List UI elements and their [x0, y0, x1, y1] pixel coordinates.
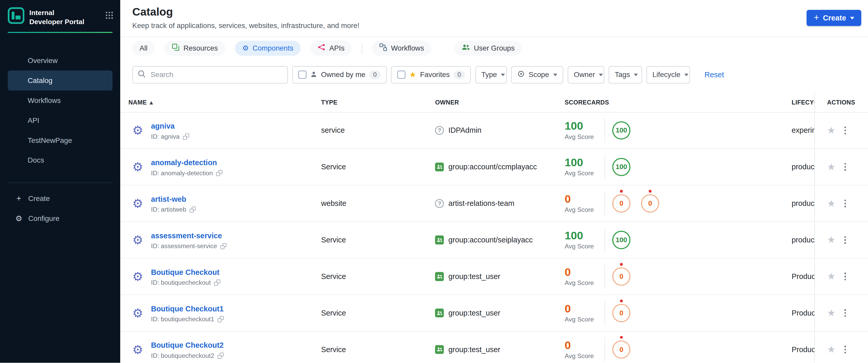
more-options-icon[interactable] [843, 308, 847, 318]
table-row[interactable]: ⚙ anomaly-detection ID: anomaly-detectio… [120, 149, 868, 185]
more-options-icon[interactable] [843, 271, 847, 281]
tab-user-groups[interactable]: User Groups [455, 41, 522, 56]
score-badge[interactable]: 0 [612, 194, 631, 213]
more-options-icon[interactable] [843, 344, 847, 355]
brand-underline [8, 32, 113, 33]
favorites-checkbox[interactable] [397, 70, 405, 79]
sidebar-item-catalog[interactable]: Catalog [8, 70, 113, 90]
more-options-icon[interactable] [843, 162, 847, 172]
layers-icon [172, 43, 180, 53]
copy-icon[interactable] [183, 133, 189, 140]
copy-icon[interactable] [214, 279, 220, 286]
favorite-star-icon[interactable]: ★ [827, 235, 836, 244]
score-badge-value: 0 [641, 194, 659, 213]
component-id: ID: boutiquecheckout [151, 279, 211, 286]
column-header-owner[interactable]: OWNER [435, 99, 565, 106]
sidebar-item-testnewpage[interactable]: TestNewPage [8, 130, 113, 150]
component-gear-icon: ⚙ [132, 270, 143, 283]
tags-dropdown[interactable]: Tags [609, 66, 642, 83]
trend-dot-icon [620, 300, 623, 302]
create-button[interactable]: + Create [807, 10, 861, 26]
scorecards-cell: 0 Avg Score 0 [565, 301, 792, 325]
favorite-star-icon[interactable]: ★ [827, 308, 836, 317]
search-box [132, 66, 288, 83]
component-name-link[interactable]: artist-web [151, 195, 186, 203]
favorite-star-icon[interactable]: ★ [827, 272, 836, 281]
copy-icon[interactable] [218, 316, 224, 322]
copy-icon[interactable] [216, 170, 222, 176]
column-header-scorecards[interactable]: SCORECARDS [565, 99, 792, 106]
score-badge[interactable]: 100 [612, 121, 631, 140]
app-switcher-grid-icon[interactable] [105, 11, 114, 22]
more-options-icon[interactable] [843, 199, 847, 209]
column-header-name[interactable]: NAME ▲ [128, 99, 321, 106]
owner-dropdown[interactable]: Owner [568, 66, 604, 83]
score-badge[interactable]: 0 [612, 304, 631, 322]
owned-by-me-checkbox[interactable] [298, 70, 307, 79]
avg-score-label: Avg Score [565, 133, 604, 141]
column-header-lifecycle[interactable]: LIFECYC [792, 99, 814, 106]
favorite-star-icon[interactable]: ★ [827, 162, 836, 172]
type-dropdown[interactable]: Type [475, 66, 507, 83]
score-badge[interactable]: 100 [612, 158, 631, 176]
favorite-star-icon[interactable]: ★ [827, 199, 836, 208]
sidebar: Internal Developer Portal Overview Catal… [0, 0, 120, 363]
name-cell: ⚙ Boutique Checkout2 ID: boutiquecheckou… [128, 340, 321, 359]
sidebar-configure-button[interactable]: ⚙ Configure [8, 209, 113, 229]
chevron-down-icon [850, 17, 854, 20]
app-logo-icon[interactable] [8, 7, 24, 26]
component-name-link[interactable]: anomaly-detection [151, 158, 217, 167]
sidebar-item-api[interactable]: API [8, 111, 113, 130]
tab-resources[interactable]: Resources [164, 41, 225, 56]
reset-button[interactable]: Reset [705, 70, 724, 79]
search-input[interactable] [150, 70, 282, 79]
table-row[interactable]: ⚙ agniva ID: agniva service ? IDPAdmin [120, 113, 868, 149]
lifecycle-dropdown[interactable]: Lifecycle [647, 66, 690, 83]
avg-score-value: 100 [565, 157, 604, 168]
actions-cell: ★ [814, 199, 868, 209]
copy-icon[interactable] [218, 353, 224, 359]
component-name-link[interactable]: Boutique Checkout2 [151, 341, 224, 349]
tab-workflows[interactable]: Workflows [372, 41, 431, 56]
component-id: ID: boutiquecheckout2 [151, 352, 214, 359]
score-badge[interactable]: 0 [612, 340, 631, 359]
table-row[interactable]: ⚙ Boutique Checkout ID: boutiquecheckout… [120, 259, 868, 295]
sidebar-item-overview[interactable]: Overview [8, 51, 113, 70]
scope-dropdown[interactable]: Scope [511, 66, 563, 83]
tab-all[interactable]: All [132, 41, 155, 56]
component-name-link[interactable]: assessment-service [151, 232, 222, 240]
component-name-link[interactable]: agniva [151, 122, 175, 130]
lifecycle-value: produc [792, 199, 814, 208]
owner-name: group:test_user [448, 272, 500, 281]
favorite-star-icon[interactable]: ★ [827, 126, 836, 135]
score-badge[interactable]: 100 [612, 231, 631, 249]
score-separator [604, 155, 605, 179]
favorite-star-icon[interactable]: ★ [827, 345, 836, 354]
table-row[interactable]: ⚙ artist-web ID: artistweb website ? art… [120, 185, 868, 222]
favorites-filter[interactable]: ★ Favorites 0 [391, 66, 471, 83]
copy-icon[interactable] [190, 207, 196, 213]
more-options-icon[interactable] [843, 235, 847, 245]
tab-apis[interactable]: APIs [310, 41, 351, 56]
component-name-link[interactable]: Boutique Checkout [151, 268, 219, 276]
copy-icon[interactable] [220, 243, 227, 249]
column-header-actions: ACTIONS [814, 99, 868, 106]
table-row[interactable]: ⚙ assessment-service ID: assessment-serv… [120, 222, 868, 259]
tab-components[interactable]: ⚙ Components [235, 41, 301, 56]
owned-by-me-filter[interactable]: Owned by me 0 [292, 66, 386, 83]
score-badges: 100 [612, 158, 631, 176]
score-badge[interactable]: 0 [641, 194, 659, 213]
scope-icon [518, 70, 525, 79]
component-gear-icon: ⚙ [132, 234, 143, 246]
table-row[interactable]: ⚙ Boutique Checkout2 ID: boutiquecheckou… [120, 332, 868, 363]
sidebar-create-button[interactable]: + Create [8, 188, 113, 209]
component-name-link[interactable]: Boutique Checkout1 [151, 305, 224, 313]
scorecards-cell: 0 Avg Score 00 [565, 191, 792, 216]
sidebar-item-workflows[interactable]: Workflows [8, 90, 113, 111]
column-header-type[interactable]: TYPE [321, 99, 435, 106]
score-badge[interactable]: 0 [612, 267, 631, 286]
table-row[interactable]: ⚙ Boutique Checkout1 ID: boutiquecheckou… [120, 295, 868, 332]
sidebar-item-docs[interactable]: Docs [8, 150, 113, 170]
more-options-icon[interactable] [843, 125, 847, 135]
tab-resources-label: Resources [183, 44, 218, 52]
